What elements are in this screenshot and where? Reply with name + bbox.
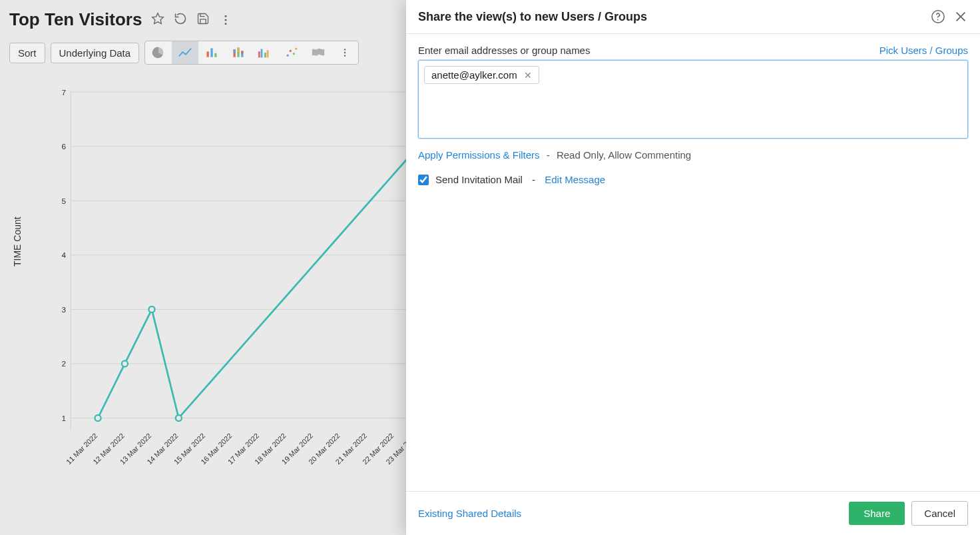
permissions-summary: Read Only, Allow Commenting xyxy=(557,149,691,161)
send-invitation-label: Send Invitation Mail xyxy=(435,174,523,185)
svg-point-18 xyxy=(289,50,291,52)
chart-type-pie[interactable] xyxy=(145,41,172,64)
svg-text:6: 6 xyxy=(61,142,66,151)
chart-type-stacked-bar[interactable] xyxy=(225,41,252,64)
chart-type-line[interactable] xyxy=(172,41,198,64)
help-icon[interactable] xyxy=(931,9,945,24)
y-axis-title: TIME Count xyxy=(12,217,23,267)
svg-text:3: 3 xyxy=(61,305,66,314)
svg-rect-8 xyxy=(233,49,235,53)
chart-type-bar[interactable] xyxy=(198,41,225,64)
svg-point-17 xyxy=(286,55,288,57)
drawer-title: Share the view(s) to new Users / Groups xyxy=(418,10,923,24)
chart-type-grouped-bar[interactable] xyxy=(252,41,278,64)
svg-point-23 xyxy=(344,55,345,56)
svg-marker-0 xyxy=(152,13,164,23)
close-icon[interactable] xyxy=(953,9,968,24)
svg-point-3 xyxy=(225,23,227,25)
sort-button[interactable]: Sort xyxy=(9,43,45,63)
chart-area: TIME Count 1 2 3 4 5 6 7 xyxy=(13,73,413,513)
drawer-body: Enter email addresses or group names Pic… xyxy=(406,34,980,491)
chart-type-scatter[interactable] xyxy=(278,41,305,64)
chart-svg: 1 2 3 4 5 6 7 11 Mar 2022 12 Mar 2022 13… xyxy=(53,80,426,466)
remove-chip-icon[interactable]: ✕ xyxy=(524,70,532,81)
chart-type-more-icon[interactable] xyxy=(332,41,358,64)
more-icon[interactable] xyxy=(219,13,232,27)
svg-point-40 xyxy=(122,360,128,366)
svg-point-41 xyxy=(148,306,154,312)
share-drawer: Share the view(s) to new Users / Groups … xyxy=(406,0,980,535)
svg-point-2 xyxy=(225,19,227,21)
svg-rect-12 xyxy=(241,51,243,54)
svg-text:7: 7 xyxy=(61,88,66,97)
recipients-input[interactable]: anette@aylker.com ✕ xyxy=(418,60,968,139)
svg-text:5: 5 xyxy=(61,197,66,205)
svg-point-42 xyxy=(176,415,182,421)
svg-point-39 xyxy=(95,415,101,421)
svg-text:4: 4 xyxy=(61,251,66,259)
svg-point-20 xyxy=(295,48,297,50)
page-title: Top Ten Visitors xyxy=(9,9,142,30)
save-icon[interactable] xyxy=(196,12,210,28)
chart-type-group xyxy=(144,41,359,65)
svg-rect-6 xyxy=(214,53,216,57)
svg-rect-4 xyxy=(206,51,208,57)
pick-users-link[interactable]: Pick Users / Groups xyxy=(879,45,968,56)
invitation-mail-row: Send Invitation Mail - Edit Message xyxy=(418,174,968,185)
chart-type-map[interactable] xyxy=(305,41,332,64)
svg-point-1 xyxy=(225,15,227,17)
cancel-button[interactable]: Cancel xyxy=(911,501,968,526)
edit-message-link[interactable]: Edit Message xyxy=(545,174,605,185)
permissions-row: Apply Permissions & Filters - Read Only,… xyxy=(418,149,968,161)
apply-permissions-link[interactable]: Apply Permissions & Filters xyxy=(418,149,540,161)
recipients-label: Enter email addresses or group names xyxy=(418,45,590,56)
svg-point-22 xyxy=(344,52,345,53)
underlying-data-button[interactable]: Underlying Data xyxy=(51,43,140,63)
svg-text:2: 2 xyxy=(61,359,66,368)
existing-shared-link[interactable]: Existing Shared Details xyxy=(418,508,521,519)
svg-rect-13 xyxy=(258,51,260,57)
drawer-footer: Existing Shared Details Share Cancel xyxy=(406,491,980,535)
title-actions xyxy=(151,12,232,28)
svg-point-21 xyxy=(344,49,345,50)
drawer-header: Share the view(s) to new Users / Groups xyxy=(406,0,980,34)
recipient-chip: anette@aylker.com ✕ xyxy=(424,66,539,84)
svg-rect-10 xyxy=(237,48,239,53)
send-invitation-checkbox[interactable] xyxy=(418,175,429,185)
svg-rect-15 xyxy=(264,53,266,57)
svg-rect-14 xyxy=(260,49,262,58)
svg-point-57 xyxy=(937,19,939,21)
recipient-chip-label: anette@aylker.com xyxy=(431,69,517,81)
star-icon[interactable] xyxy=(151,12,164,28)
svg-rect-5 xyxy=(210,48,212,57)
svg-point-19 xyxy=(292,53,294,55)
svg-rect-16 xyxy=(266,50,268,57)
share-button[interactable]: Share xyxy=(849,502,905,525)
refresh-icon[interactable] xyxy=(174,12,187,28)
svg-text:1: 1 xyxy=(61,414,66,422)
